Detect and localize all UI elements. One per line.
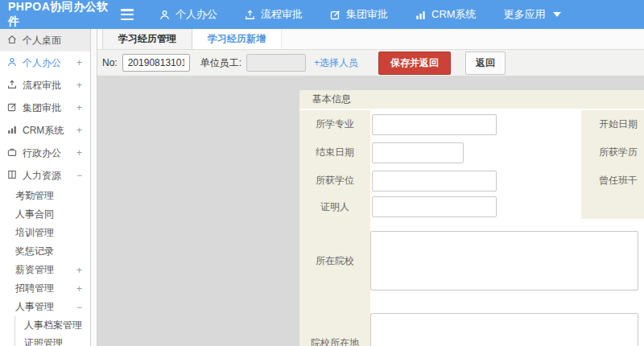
expander-minus[interactable]: − bbox=[76, 302, 82, 313]
main-area: 学习经历管理 学习经历新增 No: 单位员工: +选择人员 保存并返回 返回 基… bbox=[97, 29, 644, 346]
empty-beige-cell bbox=[581, 195, 644, 219]
sidebar-item-admin-office[interactable]: 行政办公 + bbox=[0, 142, 90, 164]
sidebar-item-personnel-mgmt[interactable]: 人事管理 − bbox=[0, 298, 90, 316]
sidebar-item-label: 招聘管理 bbox=[15, 282, 54, 295]
nav-label: CRM系统 bbox=[431, 7, 477, 22]
nav-workflow-approval[interactable]: 流程审批 bbox=[245, 7, 303, 22]
section-title: 基本信息 bbox=[299, 90, 644, 109]
no-label: No: bbox=[102, 57, 118, 68]
sidebar-item-recruit-mgmt[interactable]: 招聘管理 + bbox=[0, 279, 90, 298]
sidebar-scrollbar[interactable] bbox=[90, 29, 97, 346]
sidebar-item-attendance-mgmt[interactable]: 考勤管理 bbox=[0, 187, 90, 205]
sidebar-submenu: 人事档案管理 证照管理 bbox=[14, 316, 90, 346]
sidebar-item-label: 奖惩记录 bbox=[15, 245, 54, 258]
field-label-start-date: 开始日期 bbox=[581, 110, 644, 138]
sidebar-item-desktop[interactable]: 个人桌面 bbox=[0, 29, 90, 51]
sidebar-item-label: 证照管理 bbox=[24, 336, 63, 346]
sidebar-item-label: 个人办公 bbox=[23, 56, 61, 70]
expander-plus[interactable]: + bbox=[76, 57, 82, 68]
content-area: 基本信息 所学专业 开始日期 结束日期 所获学历 所获学位 曾任班干 bbox=[97, 76, 644, 346]
nav-label: 个人办公 bbox=[175, 7, 217, 22]
nav-group-approval[interactable]: 集团审批 bbox=[330, 7, 388, 22]
expander-plus[interactable]: + bbox=[76, 102, 82, 113]
sidebar-item-label: 行政办公 bbox=[23, 146, 61, 160]
reference-person-input[interactable] bbox=[372, 196, 497, 217]
sidebar-item-label: 人力资源 bbox=[23, 169, 61, 183]
save-and-return-button[interactable]: 保存并返回 bbox=[378, 51, 451, 75]
sidebar-item-crm-system[interactable]: CRM系统 + bbox=[0, 119, 90, 142]
field-label-education: 所获学历 bbox=[581, 138, 644, 167]
sidebar-item-label: 集团审批 bbox=[23, 101, 61, 115]
sidebar-item-label: 个人桌面 bbox=[23, 34, 61, 47]
caret-down-icon bbox=[553, 12, 561, 17]
expander-plus[interactable]: + bbox=[76, 125, 82, 136]
end-date-input[interactable] bbox=[372, 142, 464, 163]
field-label-end-date: 结束日期 bbox=[299, 138, 370, 167]
nav-label: 更多应用 bbox=[504, 7, 546, 22]
tab-label: 学习经历新增 bbox=[208, 32, 266, 46]
sidebar-item-reward-punishment[interactable]: 奖惩记录 bbox=[0, 242, 90, 261]
sidebar-item-label: CRM系统 bbox=[23, 124, 64, 138]
select-person-link[interactable]: +选择人员 bbox=[314, 56, 358, 70]
toolbar: No: 单位员工: +选择人员 保存并返回 返回 bbox=[97, 50, 644, 76]
sidebar-item-label: 人事管理 bbox=[15, 300, 54, 314]
briefcase-icon bbox=[7, 147, 17, 159]
tab-study-history-new[interactable]: 学习经历新增 bbox=[192, 29, 282, 49]
sidebar-item-hr-contract[interactable]: 人事合同 bbox=[0, 205, 90, 224]
book-icon bbox=[7, 170, 17, 182]
nav-more-apps[interactable]: 更多应用 bbox=[504, 7, 561, 22]
expander-plus[interactable]: + bbox=[76, 283, 82, 295]
upload-tray-icon bbox=[7, 80, 17, 92]
expander-plus[interactable]: + bbox=[76, 265, 82, 276]
field-label-major: 所学专业 bbox=[299, 110, 370, 138]
sidebar-item-certificate-mgmt[interactable]: 证照管理 bbox=[15, 334, 90, 346]
school-location-textarea[interactable] bbox=[370, 313, 638, 346]
nav-label: 流程审批 bbox=[261, 7, 303, 22]
sidebar-item-personnel-archive-mgmt[interactable]: 人事档案管理 bbox=[15, 316, 90, 334]
sidebar-item-personal-office[interactable]: 个人办公 + bbox=[0, 51, 90, 74]
expander-plus[interactable]: + bbox=[76, 80, 82, 91]
field-label-school-location: 院校所在地 bbox=[299, 311, 370, 346]
sidebar-item-group-approval[interactable]: 集团审批 + bbox=[0, 97, 90, 119]
sidebar-item-label: 人事合同 bbox=[15, 208, 54, 221]
sidebar-item-label: 培训管理 bbox=[15, 226, 54, 240]
menu-icon[interactable] bbox=[121, 9, 137, 20]
no-input[interactable] bbox=[122, 54, 190, 72]
field-label-school: 所在院校 bbox=[299, 229, 370, 292]
bar-chart-icon bbox=[415, 10, 426, 20]
field-label-class-cadre: 曾任班干 bbox=[581, 167, 644, 195]
sidebar: 个人桌面 个人办公 + 流程审批 + 集团审批 + CRM系统 + 行政办公 + bbox=[0, 29, 90, 346]
spacer-cell bbox=[370, 292, 644, 311]
sidebar-item-training-mgmt[interactable]: 培训管理 bbox=[0, 224, 90, 242]
edit-icon bbox=[330, 10, 341, 20]
app-logo: PHPOA协同办公软件 bbox=[0, 0, 121, 29]
home-icon bbox=[7, 35, 17, 47]
employee-label: 单位员工: bbox=[200, 56, 242, 70]
sidebar-item-salary-mgmt[interactable]: 薪资管理 + bbox=[0, 261, 90, 279]
major-input[interactable] bbox=[372, 114, 497, 135]
study-history-form: 基本信息 所学专业 开始日期 结束日期 所获学历 所获学位 曾任班干 bbox=[299, 90, 644, 346]
tab-bar: 学习经历管理 学习经历新增 bbox=[97, 29, 644, 50]
expander-plus[interactable]: + bbox=[76, 147, 82, 159]
person-icon bbox=[7, 57, 17, 69]
sidebar-item-label: 考勤管理 bbox=[15, 189, 54, 203]
sidebar-item-label: 薪资管理 bbox=[15, 263, 54, 277]
person-icon bbox=[159, 10, 170, 20]
sidebar-item-workflow-approval[interactable]: 流程审批 + bbox=[0, 74, 90, 97]
tab-study-history-manage[interactable]: 学习经历管理 bbox=[102, 29, 192, 49]
back-button[interactable]: 返回 bbox=[465, 51, 506, 75]
field-label-degree: 所获学位 bbox=[299, 167, 370, 195]
school-textarea[interactable] bbox=[370, 231, 638, 290]
sidebar-item-hr[interactable]: 人力资源 − bbox=[0, 164, 90, 187]
expander-minus[interactable]: − bbox=[76, 170, 82, 181]
sidebar-item-label: 人事档案管理 bbox=[24, 319, 82, 332]
top-bar: PHPOA协同办公软件 个人办公 流程审批 集团审批 CRM系统 更多应用 bbox=[0, 0, 644, 29]
upload-tray-icon bbox=[245, 10, 255, 20]
spacer-cell bbox=[299, 292, 370, 311]
bar-chart-icon bbox=[7, 125, 17, 137]
employee-input[interactable] bbox=[246, 54, 306, 72]
degree-input[interactable] bbox=[372, 171, 497, 192]
nav-crm-system[interactable]: CRM系统 bbox=[415, 7, 477, 22]
top-nav: 个人办公 流程审批 集团审批 CRM系统 更多应用 bbox=[159, 7, 561, 22]
nav-personal-office[interactable]: 个人办公 bbox=[159, 7, 217, 22]
